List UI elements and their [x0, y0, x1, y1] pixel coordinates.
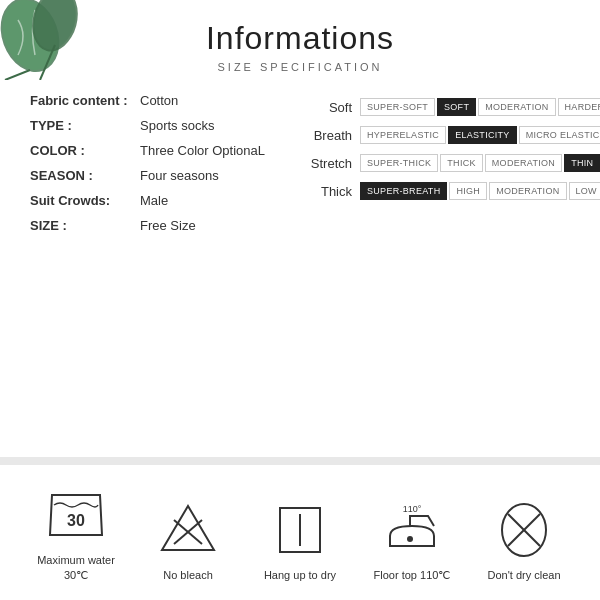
- care-icon-iron110: 110°: [380, 498, 444, 562]
- specs-column: Fabric content :CottonTYPE :Sports socks…: [30, 93, 300, 243]
- care-icon-no-bleach: [156, 498, 220, 562]
- care-section: 30Maximum water 30℃No bleachHang up to d…: [0, 465, 600, 600]
- spec-value: Three Color OptionaL: [140, 143, 265, 158]
- rating-option: MODERATION: [489, 182, 566, 200]
- rating-option: ELASTICITY: [448, 126, 517, 144]
- care-item: 30Maximum water 30℃: [20, 483, 132, 582]
- care-label: No bleach: [163, 568, 213, 582]
- care-item: No bleach: [132, 498, 244, 582]
- rating-label: Stretch: [300, 156, 352, 171]
- spec-value: Male: [140, 193, 168, 208]
- rating-option: HIGH: [449, 182, 487, 200]
- spec-label: SEASON :: [30, 168, 140, 183]
- content-row: Fabric content :CottonTYPE :Sports socks…: [30, 93, 570, 243]
- spec-label: Suit Crowds:: [30, 193, 140, 208]
- rating-option: MICRO ELASTIC: [519, 126, 600, 144]
- care-label: Hang up to dry: [264, 568, 336, 582]
- section-divider: [0, 457, 600, 465]
- rating-option: MODERATION: [478, 98, 555, 116]
- care-icon-no-dry-clean: [492, 498, 556, 562]
- spec-label: Fabric content :: [30, 93, 140, 108]
- svg-marker-7: [162, 506, 214, 550]
- care-label: Maximum water 30℃: [36, 553, 116, 582]
- rating-label: Thick: [300, 184, 352, 199]
- rating-options: SUPER-THICKTHICKMODERATIONTHIN: [360, 154, 600, 172]
- svg-point-12: [407, 536, 413, 542]
- rating-option: SOFT: [437, 98, 476, 116]
- rating-option: LOW: [569, 182, 601, 200]
- rating-row: BreathHYPERELASTICELASTICITYMICRO ELASTI…: [300, 126, 600, 144]
- rating-option: SUPER-THICK: [360, 154, 438, 172]
- spec-row: SIZE :Free Size: [30, 218, 280, 233]
- spec-row: TYPE :Sports socks: [30, 118, 280, 133]
- spec-row: COLOR :Three Color OptionaL: [30, 143, 280, 158]
- care-label: Floor top 110℃: [374, 568, 451, 582]
- spec-value: Sports socks: [140, 118, 214, 133]
- care-item: Hang up to dry: [244, 498, 356, 582]
- care-label: Don't dry clean: [487, 568, 560, 582]
- rating-option: SUPER-SOFT: [360, 98, 435, 116]
- title-area: Informations: [30, 20, 570, 57]
- rating-option: MODERATION: [485, 154, 562, 172]
- rating-label: Soft: [300, 100, 352, 115]
- rating-option: SUPER-BREATH: [360, 182, 447, 200]
- care-icon-wash30: 30: [44, 483, 108, 547]
- rating-options: SUPER-BREATHHIGHMODERATIONLOW: [360, 182, 600, 200]
- rating-row: StretchSUPER-THICKTHICKMODERATIONTHIN: [300, 154, 600, 172]
- spec-row: Suit Crowds:Male: [30, 193, 280, 208]
- rating-row: SoftSUPER-SOFTSOFTMODERATIONHARDER: [300, 98, 600, 116]
- rating-option: THIN: [564, 154, 600, 172]
- rating-option: HYPERELASTIC: [360, 126, 446, 144]
- subtitle: SIZE SPECIFICATION: [30, 61, 570, 73]
- care-item: 110°Floor top 110℃: [356, 498, 468, 582]
- rating-option: HARDER: [558, 98, 600, 116]
- spec-label: SIZE :: [30, 218, 140, 233]
- rating-label: Breath: [300, 128, 352, 143]
- rating-option: THICK: [440, 154, 483, 172]
- rating-options: SUPER-SOFTSOFTMODERATIONHARDER: [360, 98, 600, 116]
- care-item: Don't dry clean: [468, 498, 580, 582]
- spec-value: Cotton: [140, 93, 178, 108]
- svg-text:110°: 110°: [403, 504, 422, 514]
- rating-row: ThickSUPER-BREATHHIGHMODERATIONLOW: [300, 182, 600, 200]
- spec-value: Four seasons: [140, 168, 219, 183]
- ratings-column: SoftSUPER-SOFTSOFTMODERATIONHARDERBreath…: [300, 93, 600, 243]
- spec-row: Fabric content :Cotton: [30, 93, 280, 108]
- main-container: Informations SIZE SPECIFICATION Fabric c…: [0, 0, 600, 600]
- care-icons-row: 30Maximum water 30℃No bleachHang up to d…: [20, 483, 580, 582]
- spec-row: SEASON :Four seasons: [30, 168, 280, 183]
- spec-label: COLOR :: [30, 143, 140, 158]
- svg-text:30: 30: [67, 512, 85, 529]
- spec-label: TYPE :: [30, 118, 140, 133]
- rating-options: HYPERELASTICELASTICITYMICRO ELASTICINELA…: [360, 126, 600, 144]
- page-title: Informations: [30, 20, 570, 57]
- spec-value: Free Size: [140, 218, 196, 233]
- info-section: Informations SIZE SPECIFICATION Fabric c…: [0, 0, 600, 457]
- care-icon-hang-dry: [268, 498, 332, 562]
